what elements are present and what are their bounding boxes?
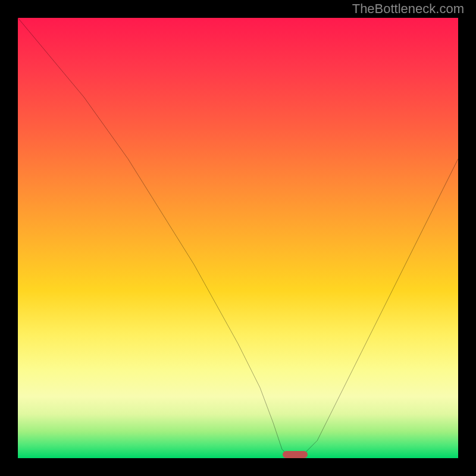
bottleneck-curve <box>18 18 458 458</box>
watermark-text: TheBottleneck.com <box>352 1 464 17</box>
chart-curve-svg <box>18 18 458 458</box>
chart-plot-area <box>18 18 458 458</box>
optimal-point-marker <box>283 451 308 458</box>
